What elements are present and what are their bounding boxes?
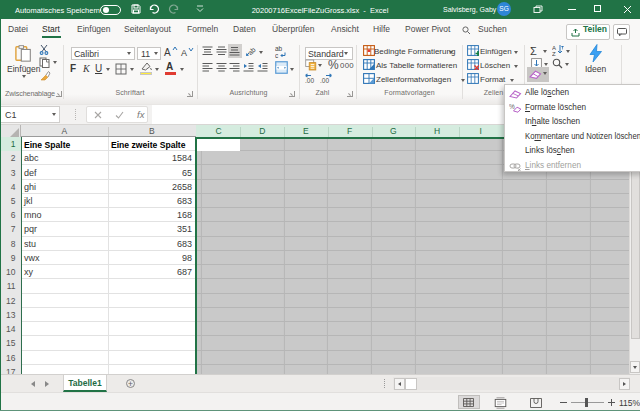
svg-text:ab: ab: [246, 46, 257, 56]
svg-text:.00: .00: [320, 77, 329, 84]
svg-text:c: c: [275, 52, 279, 59]
svg-text:%: %: [509, 103, 515, 110]
svg-text:.00: .00: [305, 77, 314, 84]
svg-text:Z: Z: [552, 51, 556, 56]
